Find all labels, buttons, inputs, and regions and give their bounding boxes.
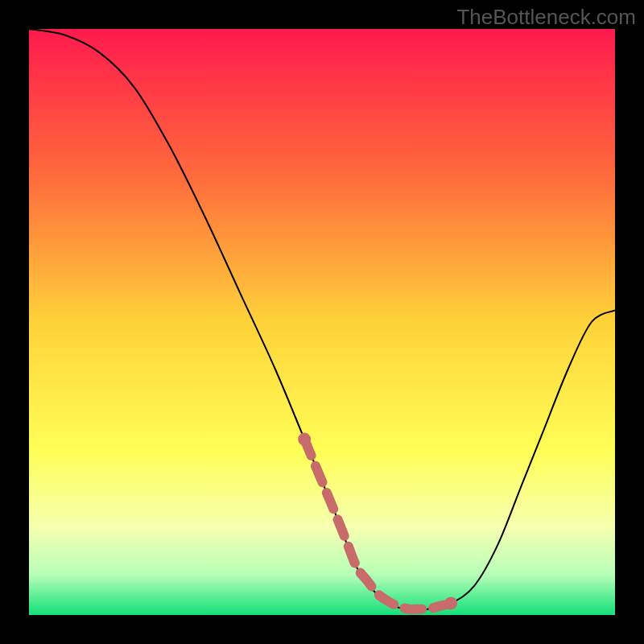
plot-area — [29, 29, 615, 615]
watermark-text: TheBottleneck.com — [456, 5, 636, 30]
flat-bottom-highlight — [304, 440, 451, 609]
highlight-dot-left — [298, 433, 311, 446]
bottleneck-curve — [29, 29, 615, 610]
highlight-dot-right — [444, 597, 457, 609]
chart-frame: TheBottleneck.com — [0, 0, 644, 644]
chart-overlay — [29, 29, 615, 615]
